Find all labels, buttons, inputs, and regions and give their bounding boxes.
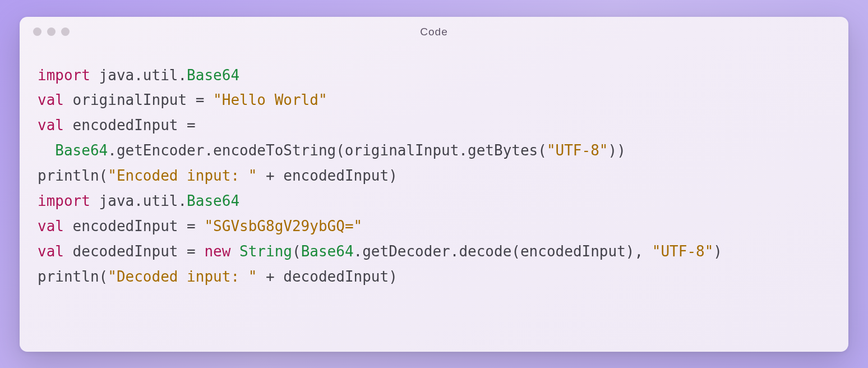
code-token: Base64	[187, 67, 239, 84]
code-token: encodedInput =	[64, 117, 196, 134]
code-token: "Decoded input: "	[108, 268, 257, 285]
code-token	[38, 142, 55, 159]
code-token: String	[239, 243, 292, 260]
code-line: import java.util.Base64	[38, 188, 830, 214]
code-token: java.util.	[90, 192, 187, 209]
code-content[interactable]: import java.util.Base64val originalInput…	[20, 47, 848, 301]
code-token	[230, 243, 239, 260]
code-token: + decodedInput)	[257, 268, 397, 285]
code-token: import	[38, 67, 90, 84]
close-icon[interactable]	[33, 27, 41, 36]
code-line: val originalInput = "Hello World"	[38, 88, 830, 113]
code-token: (	[292, 243, 301, 260]
code-line: println("Encoded input: " + encodedInput…	[38, 163, 830, 188]
code-token: println(	[38, 268, 108, 285]
code-token: val	[38, 218, 64, 234]
code-token: .getDecoder.decode(encodedInput),	[354, 243, 652, 260]
code-line: val encodedInput =	[38, 113, 830, 138]
code-token: Base64	[55, 142, 108, 159]
code-token: val	[38, 117, 64, 134]
code-token: Base64	[301, 243, 354, 260]
code-line: val encodedInput = "SGVsbG8gV29ybGQ="	[38, 214, 830, 239]
code-line: import java.util.Base64	[38, 63, 830, 88]
code-token: .getEncoder.encodeToString(originalInput…	[108, 142, 547, 159]
code-line: println("Decoded input: " + decodedInput…	[38, 264, 830, 289]
code-token: + encodedInput)	[257, 167, 397, 184]
code-token: println(	[38, 167, 108, 184]
code-token: new	[204, 243, 230, 260]
traffic-lights	[33, 27, 70, 36]
code-token: encodedInput =	[64, 218, 204, 234]
minimize-icon[interactable]	[47, 27, 56, 36]
code-token: "Hello World"	[213, 91, 327, 108]
code-token: val	[38, 91, 64, 108]
code-token: val	[38, 243, 64, 260]
window-title: Code	[420, 26, 447, 38]
code-token: Base64	[187, 192, 239, 209]
code-token: decodedInput =	[64, 243, 204, 260]
code-token: ))	[608, 142, 625, 159]
code-token: java.util.	[90, 67, 187, 84]
code-token: "UTF-8"	[652, 243, 714, 260]
code-token: "UTF-8"	[547, 142, 608, 159]
code-token: "Encoded input: "	[108, 167, 257, 184]
code-line: val decodedInput = new String(Base64.get…	[38, 239, 830, 264]
maximize-icon[interactable]	[61, 27, 70, 36]
code-token: )	[713, 243, 722, 260]
code-token: "SGVsbG8gV29ybGQ="	[204, 218, 362, 234]
titlebar: Code	[20, 17, 848, 47]
code-token: import	[38, 192, 90, 209]
code-token: originalInput =	[64, 91, 213, 108]
code-window: Code import java.util.Base64val original…	[20, 17, 848, 352]
code-line: Base64.getEncoder.encodeToString(origina…	[38, 138, 830, 163]
